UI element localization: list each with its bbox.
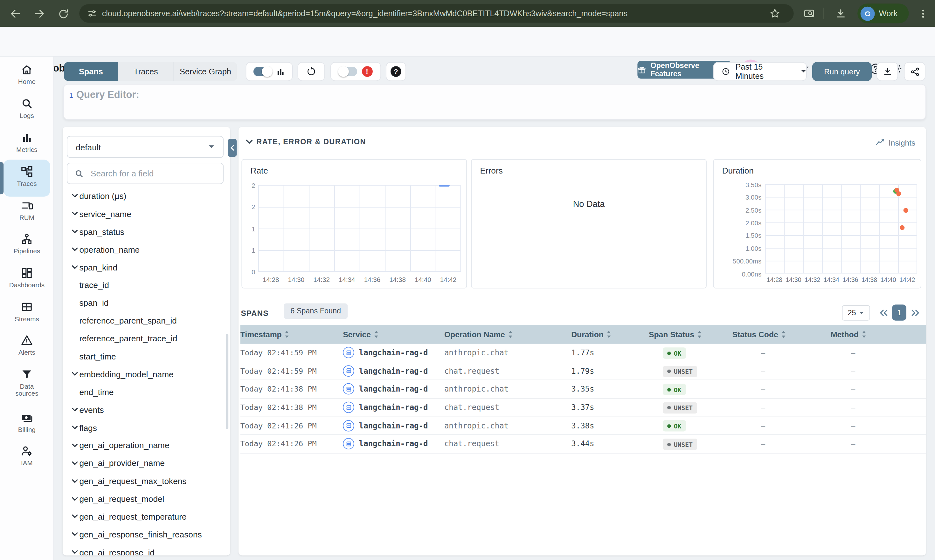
column-header-method[interactable]: Method: [831, 330, 926, 339]
previous-page-button[interactable]: [878, 306, 889, 320]
field-item[interactable]: embedding_model_name: [63, 365, 230, 383]
rate-error-duration-header[interactable]: RATE, ERROR & DURATION: [246, 138, 366, 146]
histogram-toggle-control[interactable]: [246, 62, 293, 81]
sort-icon[interactable]: [285, 331, 289, 338]
browser-forward-icon[interactable]: [32, 7, 46, 21]
field-item[interactable]: span_status: [63, 223, 230, 241]
sidebar-item-home[interactable]: Home: [0, 63, 54, 85]
sort-icon[interactable]: [606, 331, 611, 338]
chevron-down-icon[interactable]: [69, 515, 79, 519]
field-item[interactable]: gen_ai_provider_name: [63, 454, 230, 472]
span-row[interactable]: Today 02:41:59 PM langchain-rag-d chat.r…: [241, 362, 926, 380]
field-item[interactable]: reference_parent_trace_id: [63, 329, 230, 348]
chevron-down-icon[interactable]: [69, 247, 79, 251]
field-item[interactable]: events: [63, 401, 230, 418]
field-item[interactable]: span_kind: [63, 258, 230, 276]
field-item[interactable]: operation_name: [63, 241, 230, 258]
tab-spans[interactable]: Spans: [64, 62, 118, 81]
search-tabs-icon[interactable]: [802, 7, 816, 21]
rows-per-page-select[interactable]: 25: [842, 305, 870, 321]
chevron-down-icon[interactable]: [69, 408, 79, 412]
chevron-down-icon[interactable]: [69, 372, 79, 376]
sort-icon[interactable]: [374, 331, 379, 338]
chevron-down-icon[interactable]: [69, 550, 79, 554]
field-item[interactable]: end_time: [63, 383, 230, 401]
span-row[interactable]: Today 02:41:38 PM langchain-rag-d chat.r…: [241, 398, 926, 417]
field-search-input[interactable]: [91, 169, 210, 178]
sidebar-item-traces[interactable]: Traces: [0, 165, 54, 187]
chevron-down-icon[interactable]: [69, 461, 79, 465]
sidebar-item-alerts[interactable]: Alerts: [0, 334, 54, 355]
current-page-button[interactable]: 1: [892, 305, 906, 321]
sidebar-item-rum[interactable]: RUM: [0, 199, 54, 221]
time-range-selector[interactable]: Past 15 Minutes: [713, 62, 807, 81]
next-page-button[interactable]: [910, 306, 921, 320]
tab-service-graph[interactable]: Service Graph: [174, 62, 238, 81]
browser-back-icon[interactable]: [8, 7, 23, 21]
refresh-button[interactable]: [298, 62, 325, 81]
field-list-scrollbar[interactable]: [226, 334, 229, 429]
span-row[interactable]: Today 02:41:38 PM langchain-rag-d anthro…: [241, 380, 926, 398]
stream-selector[interactable]: default: [67, 136, 224, 158]
sidebar-item-dashboards[interactable]: Dashboards: [0, 266, 54, 288]
chevron-down-icon[interactable]: [69, 532, 79, 537]
column-header-duration[interactable]: Duration: [571, 330, 649, 339]
span-row[interactable]: Today 02:41:26 PM langchain-rag-d anthro…: [241, 417, 926, 435]
field-item[interactable]: duration (µs): [63, 187, 230, 205]
column-header-operation-name[interactable]: Operation Name: [444, 330, 571, 339]
field-item[interactable]: service_name: [63, 205, 230, 223]
chevron-down-icon[interactable]: [69, 479, 79, 483]
chevron-down-icon[interactable]: [69, 497, 79, 501]
export-download-button[interactable]: [876, 62, 898, 81]
field-item[interactable]: gen_ai_request_max_tokens: [63, 472, 230, 490]
downloads-icon[interactable]: [833, 7, 848, 21]
field-item[interactable]: gen_ai_request_temperature: [63, 508, 230, 526]
share-button[interactable]: [904, 62, 926, 81]
chevron-down-icon[interactable]: [69, 443, 79, 448]
errors-only-toggle-control[interactable]: !: [330, 62, 381, 81]
chevron-down-icon[interactable]: [69, 194, 79, 198]
sort-icon[interactable]: [697, 331, 702, 338]
browser-menu-icon[interactable]: [916, 7, 930, 21]
chevron-down-icon[interactable]: [69, 426, 79, 430]
field-item[interactable]: flags: [63, 418, 230, 436]
query-editor[interactable]: 1 Query Editor:: [63, 84, 926, 120]
sidebar-item-logs[interactable]: Logs: [0, 97, 54, 119]
sidebar-item-iam[interactable]: IAM: [0, 445, 54, 466]
bookmark-star-icon[interactable]: [769, 8, 781, 19]
field-search-box[interactable]: [67, 163, 224, 184]
site-info-icon[interactable]: [87, 8, 97, 18]
histogram-toggle[interactable]: [253, 67, 271, 76]
chevron-down-icon[interactable]: [69, 212, 79, 216]
chevron-down-icon[interactable]: [69, 265, 79, 269]
field-item[interactable]: gen_ai_operation_name: [63, 436, 230, 454]
field-item[interactable]: reference_parent_span_id: [63, 312, 230, 329]
browser-reload-icon[interactable]: [56, 7, 70, 21]
sidebar-item-metrics[interactable]: Metrics: [0, 131, 54, 153]
errors-only-toggle[interactable]: [339, 67, 357, 76]
sort-icon[interactable]: [861, 331, 866, 338]
sort-icon[interactable]: [508, 331, 513, 338]
tab-traces[interactable]: Traces: [118, 62, 174, 81]
field-item[interactable]: gen_ai_response_id: [63, 543, 230, 555]
chevron-down-icon[interactable]: [69, 229, 79, 234]
column-header-status-code[interactable]: Status Code: [733, 330, 831, 339]
sidebar-item-pipelines[interactable]: Pipelines: [0, 232, 54, 254]
run-query-button[interactable]: Run query: [812, 62, 872, 81]
sidebar-item-billing[interactable]: Billing: [0, 411, 54, 433]
span-row[interactable]: Today 02:41:59 PM langchain-rag-d anthro…: [241, 344, 926, 362]
column-header-service[interactable]: Service: [343, 330, 444, 339]
column-header-span-status[interactable]: Span Status: [649, 330, 733, 339]
field-item[interactable]: trace_id: [63, 276, 230, 294]
field-item[interactable]: span_id: [63, 294, 230, 312]
sort-icon[interactable]: [781, 331, 786, 338]
span-row[interactable]: Today 02:41:26 PM langchain-rag-d chat.r…: [241, 435, 926, 453]
sidebar-item-data-sources[interactable]: Data sources: [0, 368, 54, 397]
help-button[interactable]: ?: [386, 62, 406, 81]
field-item[interactable]: start_time: [63, 348, 230, 365]
column-header-timestamp[interactable]: Timestamp: [241, 330, 343, 339]
address-bar[interactable]: cloud.openobserve.ai/web/traces?stream=d…: [79, 4, 793, 23]
browser-profile-chip[interactable]: G Work: [858, 3, 909, 23]
sidebar-item-streams[interactable]: Streams: [0, 300, 54, 322]
field-item[interactable]: gen_ai_response_finish_reasons: [63, 526, 230, 543]
